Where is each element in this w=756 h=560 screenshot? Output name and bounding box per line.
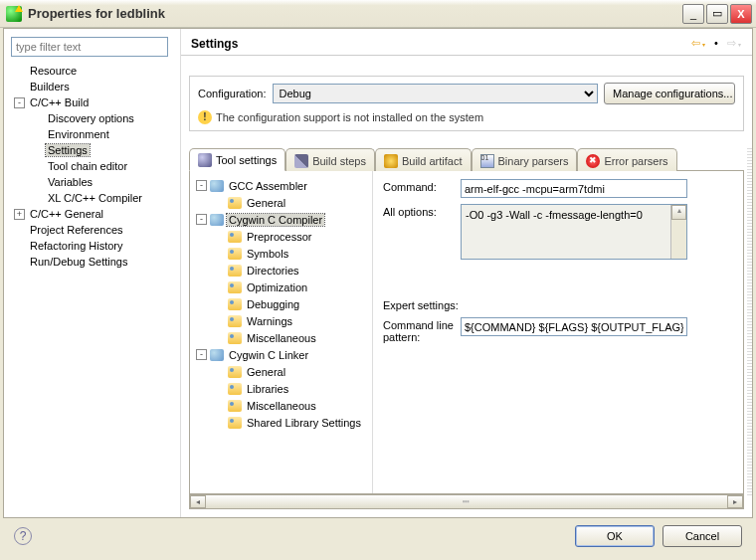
twisty-icon[interactable]: - xyxy=(196,349,207,360)
tool-item-shared-library-settings[interactable]: Shared Library Settings xyxy=(192,414,370,431)
titlebar: Properties for ledblink _ ▭ X xyxy=(0,0,756,28)
tool-item-label: General xyxy=(245,197,287,209)
nav-item-c-c-build[interactable]: -C/C++ Build xyxy=(8,94,176,110)
tool-item-cygwin-c-compiler[interactable]: -Cygwin C Compiler xyxy=(192,211,370,228)
sash-handle[interactable] xyxy=(747,148,752,497)
help-icon[interactable]: ? xyxy=(14,527,32,545)
nav-item-discovery-options[interactable]: Discovery options xyxy=(8,110,176,126)
category-icon xyxy=(210,349,224,361)
build-artifact-icon xyxy=(384,154,398,168)
tool-item-gcc-assembler[interactable]: -GCC Assembler xyxy=(192,177,370,194)
textarea-scrollbar[interactable]: ▴ xyxy=(670,205,686,259)
alloptions-label: All options: xyxy=(383,204,455,218)
option-icon xyxy=(228,281,242,293)
nav-item-project-references[interactable]: Project References xyxy=(8,222,176,238)
tool-item-optimization[interactable]: Optimization xyxy=(192,279,370,295)
tool-item-label: Debugging xyxy=(245,298,301,310)
cancel-button[interactable]: Cancel xyxy=(662,525,742,547)
nav-item-run-debug-settings[interactable]: Run/Debug Settings xyxy=(8,254,176,270)
error-parsers-icon: ✖ xyxy=(586,154,600,168)
twisty-icon[interactable]: - xyxy=(14,97,25,108)
option-icon xyxy=(228,197,242,209)
tool-item-warnings[interactable]: Warnings xyxy=(192,312,370,329)
tool-item-debugging[interactable]: Debugging xyxy=(192,295,370,312)
tool-item-label: Miscellaneous xyxy=(245,400,318,412)
option-icon xyxy=(228,332,242,344)
ok-button[interactable]: OK xyxy=(575,525,655,547)
expert-settings-label: Expert settings: xyxy=(383,299,737,311)
nav-item-tool-chain-editor[interactable]: Tool chain editor xyxy=(8,158,176,174)
nav-item-label: Resource xyxy=(28,65,79,77)
tool-item-general[interactable]: General xyxy=(192,194,370,211)
twisty-icon[interactable]: - xyxy=(196,180,207,191)
tool-item-cygwin-c-linker[interactable]: -Cygwin C Linker xyxy=(192,346,370,363)
category-icon xyxy=(210,214,224,226)
nav-item-label: Discovery options xyxy=(46,112,136,124)
nav-item-label: Project References xyxy=(28,224,125,236)
scroll-thumb[interactable]: ┅ xyxy=(206,495,727,508)
scroll-up-icon[interactable]: ▴ xyxy=(671,205,686,220)
scroll-right-icon[interactable]: ▸ xyxy=(727,495,743,508)
nav-item-label: C/C++ General xyxy=(28,208,105,220)
tab-build-steps[interactable]: Build steps xyxy=(285,148,375,171)
manage-configurations-button[interactable]: Manage configurations... xyxy=(604,83,735,104)
configuration-select[interactable]: Debug xyxy=(273,84,599,103)
nav-back-button[interactable]: ⇦▾ xyxy=(690,37,706,51)
nav-item-variables[interactable]: Variables xyxy=(8,174,176,190)
tool-item-label: Libraries xyxy=(245,383,290,395)
nav-item-label: Environment xyxy=(46,128,111,140)
filter-input[interactable] xyxy=(11,37,168,57)
tool-item-preprocessor[interactable]: Preprocessor xyxy=(192,228,370,245)
tab-tool-settings[interactable]: Tool settings xyxy=(189,148,285,171)
tool-item-symbols[interactable]: Symbols xyxy=(192,245,370,262)
tool-item-libraries[interactable]: Libraries xyxy=(192,380,370,397)
tool-item-miscellaneous[interactable]: Miscellaneous xyxy=(192,329,370,346)
tab-label: Build artifact xyxy=(402,155,463,167)
option-icon xyxy=(228,315,242,327)
minimize-button[interactable]: _ xyxy=(682,4,704,24)
tool-item-miscellaneous[interactable]: Miscellaneous xyxy=(192,397,370,414)
tool-item-general[interactable]: General xyxy=(192,363,370,380)
tool-tree[interactable]: -GCC AssemblerGeneral-Cygwin C CompilerP… xyxy=(190,171,373,493)
nav-tree[interactable]: ResourceBuilders-C/C++ BuildDiscovery op… xyxy=(8,63,176,511)
app-icon xyxy=(6,6,22,22)
nav-item-resource[interactable]: Resource xyxy=(8,63,176,79)
h-scrollbar[interactable]: ◂ ┅ ▸ xyxy=(189,494,744,509)
tool-item-label: General xyxy=(245,366,287,378)
twisty-icon[interactable]: + xyxy=(14,209,25,220)
nav-item-label: C/C++ Build xyxy=(28,96,91,108)
close-button[interactable]: X xyxy=(730,4,752,24)
tab-body: -GCC AssemblerGeneral-Cygwin C CompilerP… xyxy=(189,171,744,494)
pattern-input[interactable] xyxy=(461,317,687,336)
tool-form: Command: All options: -O0 -g3 -Wall -c -… xyxy=(373,171,743,493)
nav-item-c-c-general[interactable]: +C/C++ General xyxy=(8,206,176,222)
twisty-icon[interactable]: - xyxy=(196,214,207,225)
category-icon xyxy=(210,180,224,192)
tab-label: Binary parsers xyxy=(498,155,569,167)
command-input[interactable] xyxy=(461,179,687,198)
binary-parsers-icon: 01 xyxy=(480,154,494,168)
nav-item-label: Variables xyxy=(46,176,94,188)
configuration-label: Configuration: xyxy=(198,88,267,99)
alloptions-textarea[interactable]: -O0 -g3 -Wall -c -fmessage-length=0 ▴ xyxy=(461,204,687,260)
nav-item-xl-c-c-compiler[interactable]: XL C/C++ Compiler xyxy=(8,190,176,206)
tool-item-label: Optimization xyxy=(245,281,309,293)
maximize-button[interactable]: ▭ xyxy=(706,4,728,24)
nav-item-environment[interactable]: Environment xyxy=(8,126,176,142)
tab-build-artifact[interactable]: Build artifact xyxy=(375,148,472,171)
nav-item-builders[interactable]: Builders xyxy=(8,79,176,94)
build-steps-icon xyxy=(294,154,308,168)
nav-item-label: Run/Debug Settings xyxy=(28,256,129,268)
tool-item-directories[interactable]: Directories xyxy=(192,262,370,279)
nav-item-label: Tool chain editor xyxy=(46,160,129,172)
tab-binary-parsers[interactable]: 01Binary parsers xyxy=(472,148,578,171)
nav-item-refactoring-history[interactable]: Refactoring History xyxy=(8,238,176,254)
nav-forward-button: ⇨▾ xyxy=(726,37,742,51)
page-title: Settings xyxy=(191,37,688,51)
nav-item-label: Settings xyxy=(46,144,90,156)
scroll-left-icon[interactable]: ◂ xyxy=(190,495,206,508)
nav-panel: ResourceBuilders-C/C++ BuildDiscovery op… xyxy=(4,29,181,517)
nav-item-settings[interactable]: Settings xyxy=(8,142,176,158)
tool-settings-icon xyxy=(198,153,212,167)
tab-error-parsers[interactable]: ✖Error parsers xyxy=(577,148,676,171)
